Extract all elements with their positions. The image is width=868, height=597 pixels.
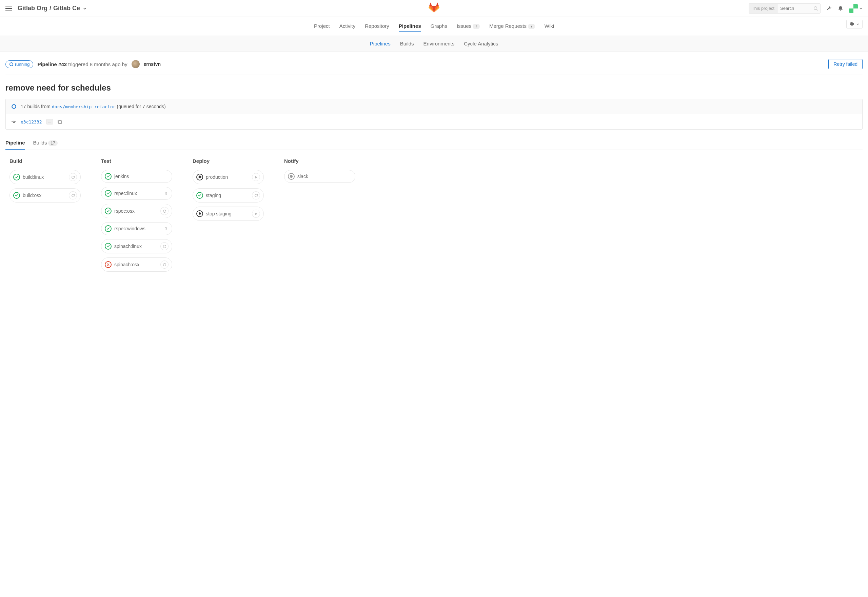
breadcrumb[interactable]: Gitlab Org / Gitlab Ce: [18, 5, 87, 12]
copy-icon[interactable]: [57, 119, 62, 124]
triggerer-avatar[interactable]: [132, 60, 140, 68]
search-scope: This project: [749, 4, 778, 13]
job-group-count: 3: [165, 191, 167, 196]
topbar: Gitlab Org / Gitlab Ce This project: [0, 0, 868, 17]
project-settings-dropdown[interactable]: [846, 20, 862, 28]
pipeline-job[interactable]: rspec:linux3: [101, 187, 172, 200]
search-icon: [813, 6, 818, 11]
play-job-button[interactable]: [252, 173, 260, 181]
retry-job-button[interactable]: [252, 191, 260, 199]
pipeline-info-box: 17 builds from docs/membership-refactor …: [6, 99, 862, 129]
retry-job-button[interactable]: [160, 242, 169, 250]
retry-job-button[interactable]: [160, 260, 169, 269]
job-name: jenkins: [114, 174, 169, 179]
nav-merge-requests[interactable]: Merge Requests7: [489, 21, 535, 31]
subnav-environments[interactable]: Environments: [424, 41, 455, 46]
job-name: rspec:windows: [114, 226, 162, 231]
retry-job-button[interactable]: [69, 191, 77, 199]
pipeline-status-badge: running: [6, 60, 33, 68]
breadcrumb-org: Gitlab Org: [18, 5, 47, 12]
stage-name: Build: [9, 158, 81, 164]
running-icon: [11, 104, 16, 109]
job-name: spinach:osx: [114, 262, 158, 267]
pipelines-subnav: Pipelines Builds Environments Cycle Anal…: [0, 36, 868, 52]
subnav-builds[interactable]: Builds: [400, 41, 414, 46]
manual-status-icon: [196, 210, 203, 217]
stage-column: Buildbuild:linuxbuild:osx: [9, 158, 81, 206]
retry-failed-button[interactable]: Retry failed: [828, 59, 862, 69]
pipeline-job[interactable]: staging: [193, 188, 264, 202]
chevron-down-icon: [856, 22, 859, 26]
success-status-icon: [13, 174, 20, 180]
admin-wrench-icon[interactable]: [826, 6, 832, 12]
pipeline-job[interactable]: build:linux: [9, 170, 81, 184]
success-status-icon: [13, 192, 20, 199]
stage-name: Test: [101, 158, 172, 164]
job-group-count: 3: [165, 226, 167, 231]
nav-project[interactable]: Project: [314, 21, 330, 31]
gitlab-logo[interactable]: [428, 2, 440, 14]
pipeline-job[interactable]: rspec:osx: [101, 204, 172, 218]
tab-pipeline[interactable]: Pipeline: [6, 137, 25, 150]
nav-wiki[interactable]: Wiki: [545, 21, 554, 31]
running-icon: [9, 62, 13, 67]
user-menu[interactable]: [849, 4, 862, 13]
stage-column: Testjenkinsrspec:linux3rspec:osxrspec:wi…: [101, 158, 172, 276]
job-name: staging: [206, 193, 249, 198]
stage-column: Notifyslack: [284, 158, 355, 187]
issues-count-badge: 7: [473, 24, 480, 29]
pipeline-job[interactable]: slack: [284, 170, 355, 183]
success-status-icon: [105, 225, 111, 232]
retry-job-button[interactable]: [160, 207, 169, 215]
success-status-icon: [105, 190, 111, 197]
commit-icon: [11, 119, 16, 125]
stage-name: Notify: [284, 158, 355, 164]
hamburger-icon[interactable]: [6, 6, 12, 11]
subnav-cycle-analytics[interactable]: Cycle Analytics: [464, 41, 498, 46]
pipeline-job[interactable]: production: [193, 170, 264, 184]
play-job-button[interactable]: [252, 209, 260, 218]
nav-graphs[interactable]: Graphs: [431, 21, 447, 31]
branch-link[interactable]: docs/membership-refactor: [52, 104, 116, 109]
nav-pipelines[interactable]: Pipelines: [399, 21, 421, 31]
job-name: production: [206, 174, 249, 180]
gear-icon: [849, 22, 854, 27]
pipeline-meta: Pipeline #42 triggered 8 months ago by: [37, 61, 127, 67]
builds-count-badge: 17: [48, 140, 57, 146]
pipeline-job[interactable]: stop staging: [193, 206, 264, 221]
search-input[interactable]: [778, 6, 812, 11]
nav-issues[interactable]: Issues7: [457, 21, 480, 31]
commit-sha-link[interactable]: e3c12332: [21, 119, 42, 125]
chevron-down-icon: [83, 6, 87, 10]
notifications-bell-icon[interactable]: [837, 6, 844, 12]
manual-status-icon: [196, 174, 203, 180]
pipeline-job[interactable]: spinach:linux: [101, 239, 172, 253]
chevron-down-icon: [859, 7, 862, 10]
job-name: slack: [297, 174, 352, 179]
job-name: stop staging: [206, 211, 249, 217]
pipeline-job[interactable]: rspec:windows3: [101, 222, 172, 235]
pipeline-job[interactable]: spinach:osx: [101, 257, 172, 272]
builds-count-text: 17 builds from docs/membership-refactor …: [21, 104, 166, 109]
job-name: rspec:linux: [114, 191, 162, 196]
nav-activity[interactable]: Activity: [339, 21, 355, 31]
tab-builds[interactable]: Builds17: [33, 137, 58, 150]
job-name: spinach:linux: [114, 244, 158, 249]
pipeline-job[interactable]: jenkins: [101, 170, 172, 183]
success-status-icon: [105, 208, 111, 214]
stage-name: Deploy: [193, 158, 264, 164]
success-status-icon: [105, 243, 111, 249]
job-name: build:linux: [23, 174, 66, 180]
pipeline-job[interactable]: build:osx: [9, 188, 81, 202]
project-nav: Project Activity Repository Pipelines Gr…: [0, 17, 868, 36]
subnav-pipelines[interactable]: Pipelines: [370, 41, 391, 46]
triggerer-name[interactable]: ernstvn: [144, 61, 161, 67]
search-box[interactable]: This project: [749, 3, 821, 13]
retry-job-button[interactable]: [69, 173, 77, 181]
ellipsis-badge[interactable]: ...: [46, 119, 53, 125]
nav-repository[interactable]: Repository: [365, 21, 389, 31]
failed-status-icon: [105, 261, 111, 268]
pipeline-graph: Buildbuild:linuxbuild:osxTestjenkinsrspe…: [6, 150, 862, 284]
success-status-icon: [196, 192, 203, 199]
pipeline-title: remove need for schedules: [6, 83, 862, 93]
